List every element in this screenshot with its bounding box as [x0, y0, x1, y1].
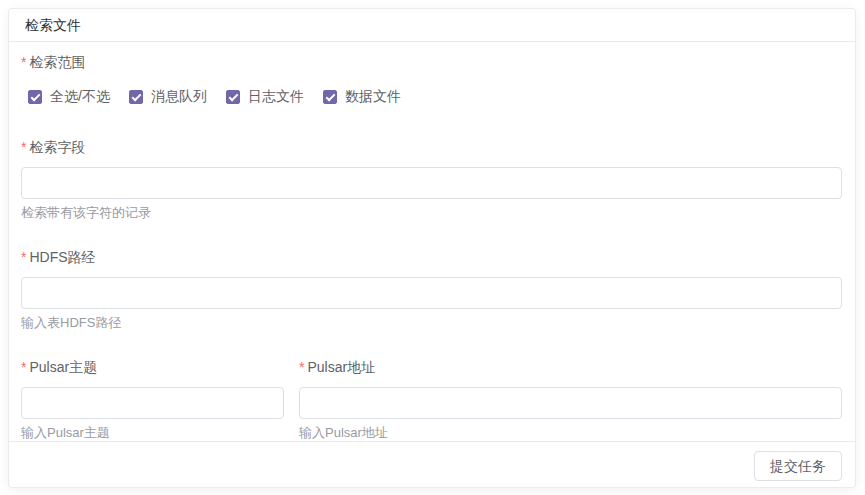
form-item-pulsar-topic: * Pulsar主题 输入Pulsar主题	[21, 357, 284, 441]
checkbox-message-queue[interactable]: 消息队列	[129, 88, 207, 106]
hdfs-path-hint: 输入表HDFS路径	[21, 315, 842, 331]
checkbox-select-all[interactable]: 全选/不选	[28, 88, 110, 106]
hdfs-path-label: HDFS路经	[29, 247, 95, 267]
required-asterisk: *	[21, 357, 26, 377]
required-asterisk: *	[21, 247, 26, 267]
required-asterisk: *	[21, 137, 26, 157]
form-item-scope: * 检索范围 全选/不选 消息队列 日志文件 数据文件	[21, 52, 842, 106]
scope-checkbox-group: 全选/不选 消息队列 日志文件 数据文件	[28, 88, 842, 106]
pulsar-topic-label: Pulsar主题	[29, 357, 97, 377]
form-item-search-field: * 检索字段 检索带有该字符的记录	[21, 137, 842, 221]
form-item-hdfs-path: * HDFS路经 输入表HDFS路径	[21, 247, 842, 331]
card-title: 检索文件	[9, 9, 855, 42]
pulsar-topic-input[interactable]	[21, 387, 284, 419]
required-asterisk: *	[21, 52, 26, 72]
card-footer: 提交任务	[9, 441, 855, 491]
scope-label: 检索范围	[29, 52, 85, 72]
search-field-input[interactable]	[21, 167, 842, 199]
required-asterisk: *	[299, 357, 304, 377]
hdfs-path-label-row: * HDFS路经	[21, 247, 842, 267]
search-field-hint: 检索带有该字符的记录	[21, 205, 842, 221]
checkbox-checked-icon[interactable]	[226, 90, 240, 104]
form-item-pulsar-address: * Pulsar地址 输入Pulsar地址	[299, 357, 842, 441]
search-file-card: 检索文件 * 检索范围 全选/不选 消息队列 日志文件	[8, 8, 856, 488]
search-form: * 检索范围 全选/不选 消息队列 日志文件 数据文件	[9, 42, 855, 441]
pulsar-topic-label-row: * Pulsar主题	[21, 357, 284, 377]
search-field-label: 检索字段	[29, 137, 85, 157]
pulsar-address-label-row: * Pulsar地址	[299, 357, 842, 377]
pulsar-row: * Pulsar主题 输入Pulsar主题 * Pulsar地址 输入Pulsa…	[21, 357, 842, 441]
scope-label-row: * 检索范围	[21, 52, 842, 72]
pulsar-address-label: Pulsar地址	[307, 357, 375, 377]
checkbox-data-file[interactable]: 数据文件	[323, 88, 401, 106]
hdfs-path-input[interactable]	[21, 277, 842, 309]
pulsar-topic-hint: 输入Pulsar主题	[21, 425, 284, 441]
checkbox-checked-icon[interactable]	[129, 90, 143, 104]
checkbox-log-file[interactable]: 日志文件	[226, 88, 304, 106]
pulsar-address-input[interactable]	[299, 387, 842, 419]
checkbox-checked-icon[interactable]	[28, 90, 42, 104]
pulsar-address-hint: 输入Pulsar地址	[299, 425, 842, 441]
submit-task-button[interactable]: 提交任务	[754, 451, 842, 481]
checkbox-checked-icon[interactable]	[323, 90, 337, 104]
search-field-label-row: * 检索字段	[21, 137, 842, 157]
